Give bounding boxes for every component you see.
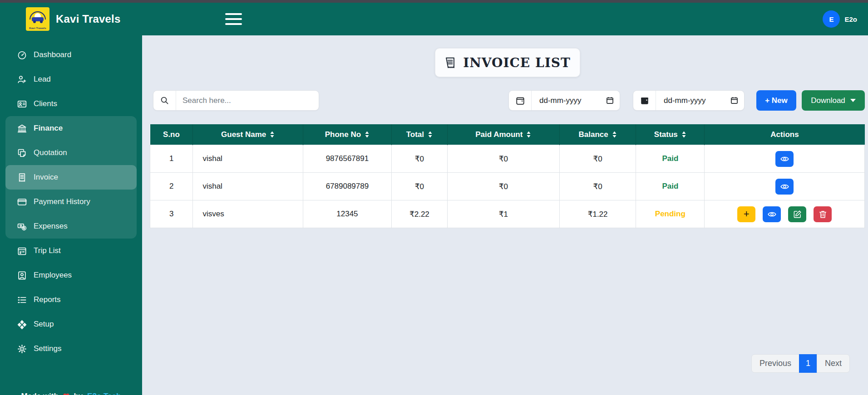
status-badge: Paid xyxy=(636,145,705,173)
main-content: INVOICE LIST dd-mm-yyyy xyxy=(142,35,868,395)
sidebar-item-label: Setup xyxy=(34,320,54,329)
column-header-guest-name[interactable]: Guest Name xyxy=(193,124,303,145)
search-input[interactable] xyxy=(176,91,319,110)
sidebar-item-label: Finance xyxy=(34,124,63,133)
column-header-s-no: S.no xyxy=(150,124,193,145)
sidebar-item-label: Invoice xyxy=(34,173,58,182)
column-header-total[interactable]: Total xyxy=(392,124,448,145)
sidebar-item-quotation[interactable]: Quotation xyxy=(5,141,137,165)
new-button[interactable]: + New xyxy=(756,90,796,111)
column-label: Guest Name xyxy=(221,130,266,139)
footer-by: by xyxy=(74,392,83,395)
date-to-placeholder: dd-mm-yyyy xyxy=(664,96,706,105)
sidebar-item-payment-history[interactable]: Payment History xyxy=(5,190,137,214)
guest-name-cell: visves xyxy=(193,200,303,228)
date-to-input[interactable]: dd-mm-yyyy xyxy=(656,91,744,110)
page-title-card: INVOICE LIST xyxy=(435,48,580,77)
view-button[interactable] xyxy=(775,179,794,195)
sort-icon[interactable] xyxy=(526,131,531,138)
column-label: S.no xyxy=(163,130,180,139)
delete-button[interactable] xyxy=(814,206,832,222)
date-from-input[interactable]: dd-mm-yyyy xyxy=(532,91,620,110)
column-header-actions: Actions xyxy=(705,124,865,145)
footer-made-with: Made with xyxy=(21,392,59,395)
footer-brand-link[interactable]: E2o Tech xyxy=(87,392,121,395)
date-from-placeholder: dd-mm-yyyy xyxy=(539,96,582,105)
date-picker-icon[interactable] xyxy=(606,97,614,104)
column-header-paid-amount[interactable]: Paid Amount xyxy=(447,124,559,145)
logo-caption: Kavi Travels xyxy=(26,27,49,29)
phone-cell: 12345 xyxy=(303,200,391,228)
app-header: Kavi Travels Kavi Travels E E2o xyxy=(0,3,868,35)
sidebar-item-settings[interactable]: Settings xyxy=(0,336,142,361)
sidebar-item-label: Quotation xyxy=(34,148,67,157)
column-label: Balance xyxy=(578,130,608,139)
invoice-table: S.noGuest NamePhone NoTotalPaid AmountBa… xyxy=(150,124,865,228)
sidebar-item-trip-list[interactable]: Trip List xyxy=(0,239,142,263)
search-box xyxy=(153,90,319,111)
sort-icon[interactable] xyxy=(681,131,686,138)
date-picker-icon[interactable] xyxy=(730,97,738,104)
status-badge: Paid xyxy=(636,173,705,200)
column-label: Phone No xyxy=(325,130,361,139)
view-button[interactable] xyxy=(763,206,781,222)
actions-cell: + xyxy=(705,200,865,228)
serial-cell: 1 xyxy=(150,145,193,173)
sidebar-item-employees[interactable]: Employees xyxy=(0,263,142,288)
phone-cell: 9876567891 xyxy=(303,145,391,173)
user-avatar[interactable]: E xyxy=(823,10,840,28)
pagination-page-1[interactable]: 1 xyxy=(799,354,817,373)
table-row: 3visves12345₹2.22₹1₹1.22Pending+ xyxy=(150,200,865,228)
status-badge: Pending xyxy=(636,200,705,228)
brand-logo[interactable]: Kavi Travels xyxy=(26,7,49,31)
column-header-status[interactable]: Status xyxy=(636,124,705,145)
column-header-phone-no[interactable]: Phone No xyxy=(303,124,391,145)
chevron-down-icon xyxy=(118,125,125,132)
sidebar-item-label: Payment History xyxy=(34,197,90,206)
sort-icon[interactable] xyxy=(612,131,617,138)
view-button[interactable] xyxy=(775,151,794,167)
total-cell: ₹0 xyxy=(392,173,448,200)
column-label: Total xyxy=(406,130,424,139)
sidebar-item-reports[interactable]: Reports xyxy=(0,288,142,312)
sidebar-item-setup[interactable]: Setup xyxy=(0,312,142,336)
download-button[interactable]: Download xyxy=(802,90,865,111)
user-name[interactable]: E2o xyxy=(844,15,857,23)
sidebar-item-expenses[interactable]: Expenses xyxy=(5,214,137,239)
sidebar-item-label: Dashboard xyxy=(34,50,71,59)
add-payment-button[interactable]: + xyxy=(737,206,755,222)
caret-down-icon xyxy=(850,99,856,102)
sort-icon[interactable] xyxy=(270,131,275,138)
copy-icon xyxy=(17,148,27,158)
pagination-next[interactable]: Next xyxy=(817,354,850,373)
sidebar-item-finance[interactable]: Finance xyxy=(5,116,137,141)
paid-amount-cell: ₹1 xyxy=(447,200,559,228)
sidebar-item-label: Reports xyxy=(34,295,61,304)
eye-icon xyxy=(768,210,776,219)
sort-icon[interactable] xyxy=(365,131,370,138)
chevron-right-icon xyxy=(123,321,130,328)
sidebar-item-clients[interactable]: Clients xyxy=(0,92,142,116)
sidebar-item-label: Clients xyxy=(34,99,57,108)
sidebar-item-dashboard[interactable]: Dashboard xyxy=(0,43,142,67)
column-label: Actions xyxy=(770,130,799,139)
edit-button[interactable] xyxy=(788,206,806,222)
pagination-previous[interactable]: Previous xyxy=(751,354,799,373)
date-to-group: dd-mm-yyyy xyxy=(633,90,745,111)
id-card-icon xyxy=(17,99,27,109)
menu-toggle-icon[interactable] xyxy=(225,13,242,25)
actions-cell xyxy=(705,173,865,200)
sidebar-item-invoice[interactable]: Invoice xyxy=(5,165,137,190)
download-label: Download xyxy=(811,96,845,105)
person-plus-icon xyxy=(17,75,27,84)
table-row: 2vishal6789089789₹0₹0₹0Paid xyxy=(150,173,865,200)
edit-icon xyxy=(793,210,802,219)
guest-name-cell: vishal xyxy=(193,173,303,200)
dashboard-icon xyxy=(17,50,27,60)
trip-calendar-icon xyxy=(17,246,27,256)
sidebar-item-lead[interactable]: Lead xyxy=(0,67,142,92)
sort-icon[interactable] xyxy=(428,131,433,138)
column-header-balance[interactable]: Balance xyxy=(559,124,636,145)
total-cell: ₹2.22 xyxy=(392,200,448,228)
actions-cell xyxy=(705,145,865,173)
